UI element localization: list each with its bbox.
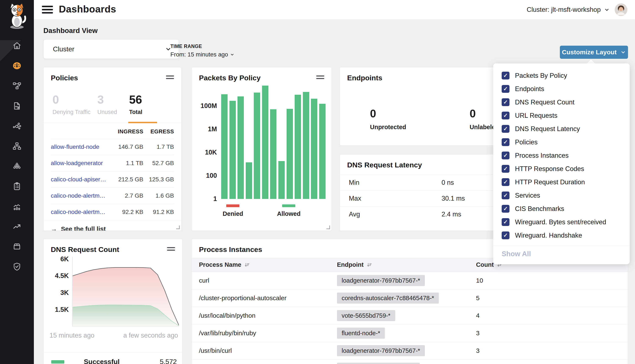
trend-up-icon [12, 222, 22, 231]
dns-request-count-card: DNS Request Count 6K4.5K3K1.5K [43, 239, 182, 364]
checkbox-checked[interactable]: ✓ [502, 178, 510, 186]
sidebar-item-clusters[interactable] [12, 161, 22, 171]
layout-menu-item[interactable]: ✓DNS Request Latency [493, 122, 630, 136]
sidebar-item-analytics[interactable] [12, 201, 22, 212]
checkbox-checked[interactable]: ✓ [502, 218, 510, 226]
legend-item: Denied [223, 204, 243, 217]
dashboard-view-select[interactable]: Cluster [43, 39, 179, 59]
checkbox-checked[interactable]: ✓ [502, 152, 510, 160]
sidebar-item-compliance-reports[interactable] [12, 181, 22, 191]
sidebar-item-security[interactable] [12, 262, 22, 272]
checkbox-checked[interactable]: ✓ [502, 165, 510, 173]
layout-menu-item[interactable]: ✓HTTP Response Codes [493, 162, 630, 176]
checkbox-checked[interactable]: ✓ [502, 138, 510, 146]
endpoint-cell: vote-5655bd759-* [337, 312, 476, 319]
layout-menu-item[interactable]: ✓Policies [493, 136, 630, 149]
sidebar-item-network-topology[interactable] [12, 141, 22, 151]
ingress-value: 146.7 GB [110, 144, 143, 150]
sidebar-item-service-graph[interactable] [12, 121, 22, 131]
stat-unused: 3 Unused [97, 94, 129, 116]
layout-menu-item[interactable]: ✓Wireguard. Bytes sent/received [493, 216, 630, 229]
successful-legend-value: 5,572 [160, 358, 177, 364]
packets-by-policy-card: Packets By Policy 100M1M10K1001 DeniedAl… [191, 67, 332, 231]
checkbox-checked[interactable]: ✓ [502, 205, 510, 213]
sidebar-item-activity[interactable] [12, 221, 22, 232]
see-full-list-link[interactable]: → See the full list [44, 220, 181, 231]
sidebar-item-policy-recommendations[interactable] [12, 101, 22, 111]
drag-handle-icon[interactable] [166, 74, 174, 80]
count-value: 4 [476, 312, 628, 319]
show-all-option[interactable]: Show All [493, 246, 630, 258]
menu-item-label: HTTP Response Codes [515, 165, 584, 173]
x-axis-start-label: 15 minutes ago [50, 332, 94, 339]
endpoint-cell: fluentd-node-* [337, 330, 476, 337]
latency-label: Avg [340, 210, 360, 218]
legend-label: Allowed [277, 210, 301, 217]
checkbox-checked[interactable]: ✓ [502, 232, 510, 239]
column-header-process-name[interactable]: Process Name [192, 261, 337, 268]
ingress-value: 92.2 KB [110, 209, 143, 216]
checkbox-checked[interactable]: ✓ [502, 85, 510, 93]
latency-label: Min [340, 179, 359, 186]
time-range-value[interactable]: From: 15 minutes ago [170, 51, 234, 58]
allowed-bar [287, 109, 293, 199]
policy-row: calico-node-alertmana…92.2 KB91.2 KB [51, 204, 174, 220]
checkbox-checked[interactable]: ✓ [502, 125, 510, 133]
customize-layout-button[interactable]: Customize Layout [560, 46, 628, 59]
resize-handle[interactable] [176, 226, 180, 229]
endpoint-chip: coredns-autoscaler-7c88465478-* [337, 292, 439, 304]
layout-menu-item[interactable]: ✓HTTP Request Duration [493, 176, 630, 189]
packets-bar-chart: 100M1M10K1001 [196, 83, 326, 199]
user-avatar[interactable] [615, 4, 627, 16]
resize-handle[interactable] [326, 226, 330, 229]
drag-handle-icon[interactable] [316, 74, 324, 80]
dns-count-card-title: DNS Request Count [51, 246, 119, 254]
process-name: /usr/local/bin/python [192, 312, 337, 319]
layout-menu-item[interactable]: ✓Endpoints [493, 82, 630, 96]
column-header-endpoint[interactable]: Endpoint [337, 261, 476, 268]
layout-menu-item[interactable]: ✓Packets By Policy [493, 69, 630, 82]
policy-link[interactable]: calico-node-alertmana… [51, 192, 110, 199]
sidebar-item-workloads[interactable] [12, 242, 22, 252]
cluster-selector[interactable]: Cluster: jlt-msft-workshop [527, 6, 610, 14]
checkbox-checked[interactable]: ✓ [502, 192, 510, 199]
menu-item-label: Services [515, 192, 540, 199]
time-range-control: TIME RANGE From: 15 minutes ago [170, 44, 234, 58]
allowed-bar [303, 92, 309, 199]
layout-menu-item[interactable]: ✓Services [493, 189, 630, 202]
checkbox-checked[interactable]: ✓ [502, 98, 510, 106]
sidebar-item-policy-tiers[interactable] [12, 81, 22, 91]
packets-card-title: Packets By Policy [199, 74, 261, 82]
policy-link[interactable]: allow-fluentd-node [51, 144, 110, 150]
column-header-ingress[interactable]: INGRESS [110, 128, 143, 135]
layout-menu-item[interactable]: ✓DNS Request Count [493, 96, 630, 109]
layout-menu-item[interactable]: ✓CIS Benchmarks [493, 202, 630, 216]
count-value: 3 [476, 347, 628, 354]
chevron-down-icon [604, 7, 610, 12]
layout-menu-item[interactable]: ✓URL Requests [493, 109, 630, 122]
stat-total[interactable]: 56 Total [129, 94, 142, 116]
column-header-egress[interactable]: EGRESS [143, 128, 174, 135]
menu-item-label: Wireguard. Bytes sent/received [515, 218, 606, 226]
process-name: /cluster-proportional-autoscaler [192, 294, 337, 302]
dns-count-legend-row: Successful 5,572 [44, 352, 182, 364]
policy-link[interactable]: calico-node-alertmana… [51, 209, 110, 216]
endpoint-cell: loadgenerator-7697bb7567-* [337, 277, 476, 284]
egress-value: 1.7 TB [143, 144, 174, 150]
sitemap-icon [12, 141, 22, 151]
policy-link[interactable]: calico-cloud-apiserver-… [51, 176, 110, 183]
layout-menu-item[interactable]: ✓Wireguard. Handshake [493, 229, 630, 242]
legend-swatch [282, 204, 295, 207]
chart-line-bars-icon [12, 202, 22, 211]
sidebar-item-home[interactable] [12, 40, 22, 51]
hamburger-menu-icon[interactable] [42, 6, 53, 15]
allowed-bar [221, 94, 228, 199]
endpoint-chip: fluentd-node-* [337, 328, 385, 339]
checkbox-checked[interactable]: ✓ [502, 72, 510, 80]
policy-link[interactable]: allow-loadgenerator [51, 160, 110, 166]
calico-cat-logo[interactable] [5, 2, 29, 30]
checkbox-checked[interactable]: ✓ [502, 112, 510, 120]
sidebar-item-dashboards[interactable] [12, 61, 22, 71]
drag-handle-icon[interactable] [167, 246, 175, 252]
layout-menu-item[interactable]: ✓Process Instances [493, 149, 630, 162]
